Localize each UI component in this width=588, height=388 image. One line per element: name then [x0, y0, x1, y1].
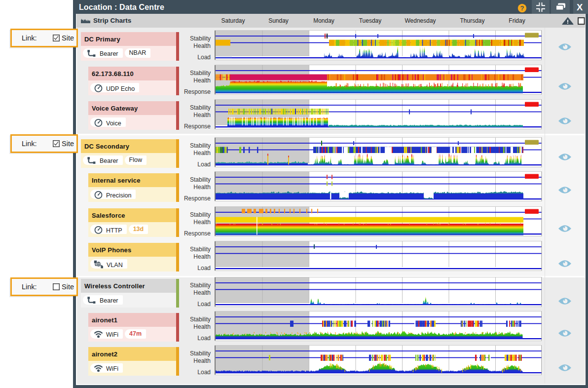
svg-text:?: ? [520, 4, 524, 12]
